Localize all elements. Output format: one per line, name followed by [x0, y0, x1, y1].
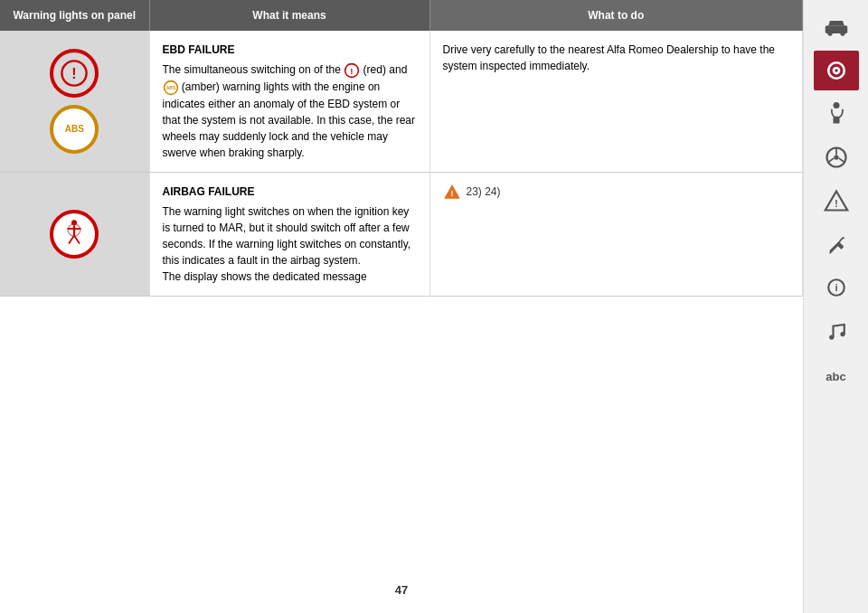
warning-table: Warning lights on panel What it means Wh… [0, 0, 803, 297]
col-header-panel: Warning lights on panel [0, 0, 149, 31]
airbag-note: ! 23) 24) [443, 184, 790, 200]
page-number: 47 [395, 583, 408, 597]
abs-amber-icon-inline: ABS [163, 80, 179, 96]
airbag-description-cell: AIRBAG FAILURE The warning light switche… [149, 172, 429, 296]
circle-arrows-icon [824, 58, 849, 83]
svg-point-17 [840, 31, 844, 35]
svg-rect-22 [833, 118, 839, 124]
sidebar-icon-gear[interactable]: i [814, 268, 859, 307]
sidebar-icon-active[interactable] [814, 51, 859, 90]
svg-text:!: ! [835, 198, 838, 209]
music-note-icon [824, 318, 849, 344]
svg-point-33 [840, 332, 844, 336]
svg-text:!: ! [72, 65, 77, 80]
sidebar-icon-steering[interactable] [814, 137, 859, 177]
warning-triangle-icon: ! [443, 184, 461, 200]
svg-text:i: i [835, 282, 837, 293]
sidebar-icon-music[interactable] [814, 311, 859, 351]
svg-text:ABS: ABS [165, 86, 175, 90]
svg-point-21 [833, 102, 839, 108]
wrench-icon [824, 231, 849, 257]
col-header-action: What to do [429, 0, 803, 31]
person-seat-icon [824, 101, 849, 127]
svg-marker-15 [828, 21, 844, 25]
sidebar-icon-person[interactable] [814, 94, 859, 134]
ebd-title: EBD FAILURE [163, 42, 417, 58]
ebd-warning-icon: ! [50, 49, 99, 98]
airbag-warning-icon [50, 210, 99, 259]
abc-label: abc [826, 370, 845, 383]
icon-cell-airbag [0, 172, 149, 296]
sidebar-icon-warning[interactable]: ! [814, 181, 859, 221]
airbag-title: AIRBAG FAILURE [163, 184, 417, 200]
svg-point-16 [827, 31, 832, 35]
triangle-warning-icon: ! [824, 188, 849, 213]
svg-point-20 [835, 69, 838, 72]
svg-text:!: ! [351, 66, 354, 76]
svg-point-24 [834, 155, 838, 159]
svg-line-27 [838, 158, 844, 162]
svg-line-26 [828, 158, 834, 162]
ebd-description-cell: EBD FAILURE The simultaneous switching o… [149, 31, 429, 172]
svg-point-32 [829, 335, 834, 339]
ebd-description: The simultaneous switching on of the ! (… [163, 63, 415, 159]
right-sidebar: ! i abc [803, 0, 868, 613]
gear-info-icon: i [824, 275, 849, 300]
airbag-action-cell: ! 23) 24) [429, 172, 803, 296]
sidebar-icon-wrench[interactable] [814, 224, 859, 264]
sidebar-icon-abc[interactable]: abc [814, 354, 859, 394]
steering-wheel-icon [824, 145, 849, 170]
airbag-description: The warning light switches on when the i… [163, 205, 411, 283]
ebd-action-text: Drive very carefully to the nearest Alfa… [443, 43, 776, 72]
main-content: Warning lights on panel What it means Wh… [0, 0, 803, 613]
col-header-meaning: What it means [149, 0, 429, 31]
ebd-action-cell: Drive very carefully to the nearest Alfa… [429, 31, 803, 172]
table-row: ! ABS EBD FAILURE The simultaneous switc… [0, 31, 803, 172]
airbag-note-text: 23) 24) [467, 184, 501, 200]
car-icon [824, 14, 849, 40]
icon-cell-ebd: ! ABS [0, 31, 149, 172]
airbag-figure-svg [61, 219, 88, 250]
ebd-red-icon-inline: ! [344, 62, 360, 79]
sidebar-icon-car[interactable] [814, 7, 859, 47]
abs-warning-icon: ABS [50, 105, 99, 154]
svg-text:!: ! [450, 189, 453, 198]
table-row: AIRBAG FAILURE The warning light switche… [0, 172, 803, 296]
